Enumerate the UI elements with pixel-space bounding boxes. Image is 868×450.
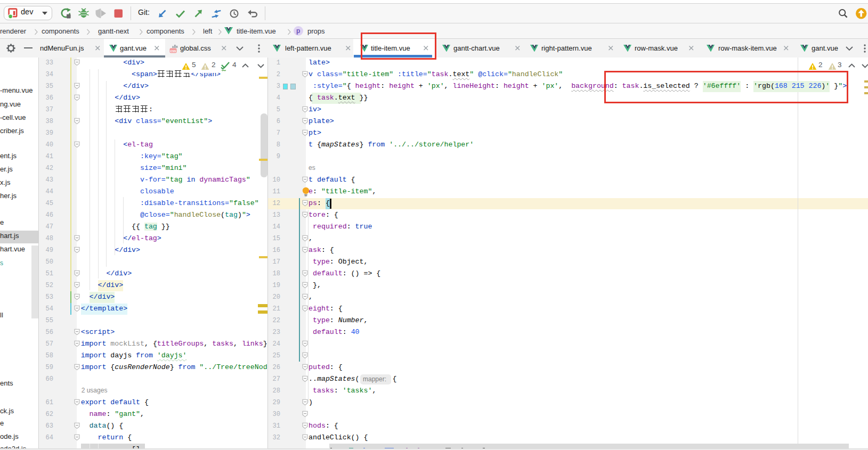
svg-text:css: css: [170, 49, 176, 53]
